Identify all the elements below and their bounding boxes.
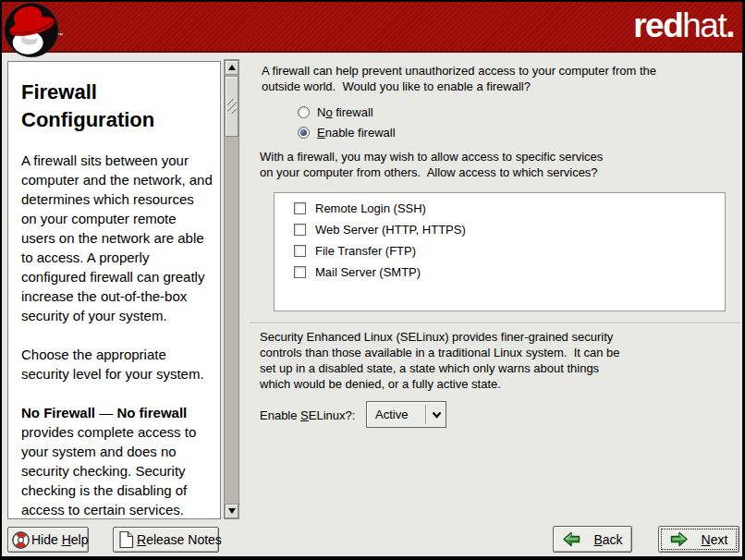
back-label: Back [593, 532, 622, 547]
service-row-ftp[interactable]: File Transfer (FTP) [294, 244, 725, 257]
help-title: Firewall Configuration [21, 79, 213, 134]
radio-button-no-firewall[interactable] [298, 106, 310, 118]
chevron-down-icon[interactable] [427, 411, 446, 419]
next-label: Next [702, 532, 728, 547]
checkbox-smtp[interactable] [294, 266, 306, 278]
help-paragraph-1: A firewall sits between your computer an… [21, 151, 213, 325]
term-dash: — [95, 405, 116, 420]
checkbox-ssh[interactable] [294, 202, 306, 214]
checkbox-http[interactable] [294, 224, 306, 236]
arrow-up-icon [228, 65, 236, 70]
term-no-firewall-2: No firewall [116, 405, 187, 420]
back-button[interactable]: Back [553, 526, 632, 553]
service-label-smtp[interactable]: Mail Server (SMTP) [315, 265, 421, 279]
scrollbar-grip [227, 99, 237, 114]
arrow-left-icon [562, 531, 580, 547]
release-notes-label: Release Notes [137, 532, 222, 547]
service-label-ssh[interactable]: Remote Login (SSH) [315, 201, 426, 215]
wordmark-hat: hat [682, 6, 726, 44]
trademark-mark: ™ [57, 32, 63, 38]
radio-enable-firewall-label[interactable]: Enable firewall [317, 126, 396, 140]
selinux-label: Enable SELinux?: [260, 408, 355, 422]
selinux-dropdown[interactable]: Active [366, 401, 446, 428]
hide-help-button[interactable]: Hide Help [7, 527, 89, 553]
service-row-http[interactable]: Web Server (HTTP, HTTPS) [294, 223, 725, 236]
services-list: Remote Login (SSH) Web Server (HTTP, HTT… [274, 192, 726, 311]
radio-enable-firewall[interactable]: Enable firewall [298, 124, 396, 141]
title-banner: redhat. [2, 2, 742, 53]
section-separator [250, 323, 739, 324]
radio-button-enable-firewall[interactable] [298, 127, 310, 139]
redhat-shadowman-logo-icon [4, 2, 61, 60]
help-scrollbar[interactable] [224, 59, 239, 519]
scroll-up-button[interactable] [225, 60, 238, 75]
installer-window: redhat. ™ Firewall Configuration A firew… [0, 0, 745, 560]
scrollbar-thumb[interactable] [225, 76, 238, 137]
radio-no-firewall-label[interactable]: No firewall [317, 105, 373, 119]
firewall-intro-text: A firewall can help prevent unauthorized… [262, 63, 656, 94]
radio-no-firewall[interactable]: No firewall [298, 103, 373, 121]
checkbox-ftp[interactable] [294, 245, 306, 257]
document-icon [118, 530, 134, 549]
services-intro-text: With a firewall, you may wish to allow a… [260, 149, 603, 180]
hide-help-label: Hide Help [31, 532, 89, 547]
next-button[interactable]: Next [658, 526, 739, 553]
service-label-ftp[interactable]: File Transfer (FTP) [315, 244, 416, 258]
wordmark-red: red [633, 6, 682, 44]
selinux-description-text: Security Enhanced Linux (SELinux) provid… [260, 329, 620, 392]
help-paragraph-2: Choose the appropriate security level fo… [21, 345, 213, 383]
banner-texture [2, 2, 742, 51]
help-paragraph-3-rest: provides complete access to your system … [21, 424, 207, 519]
help-paragraph-3: No Firewall — No firewall provides compl… [21, 403, 213, 519]
selinux-dropdown-value[interactable]: Active [367, 408, 425, 421]
service-row-smtp[interactable]: Mail Server (SMTP) [294, 265, 725, 278]
term-no-firewall: No Firewall [21, 405, 95, 420]
arrow-right-icon [670, 531, 689, 547]
release-notes-button[interactable]: Release Notes [113, 527, 219, 553]
help-panel: Firewall Configuration A firewall sits b… [7, 61, 221, 519]
redhat-wordmark: redhat. [633, 6, 734, 45]
lifebuoy-icon [11, 530, 31, 550]
scroll-down-button[interactable] [225, 504, 238, 518]
window-frame: redhat. ™ Firewall Configuration A firew… [2, 2, 742, 556]
service-label-http[interactable]: Web Server (HTTP, HTTPS) [315, 223, 466, 237]
wordmark-dot: . [726, 6, 734, 44]
arrow-down-icon [228, 508, 236, 514]
service-row-ssh[interactable]: Remote Login (SSH) [294, 201, 725, 214]
